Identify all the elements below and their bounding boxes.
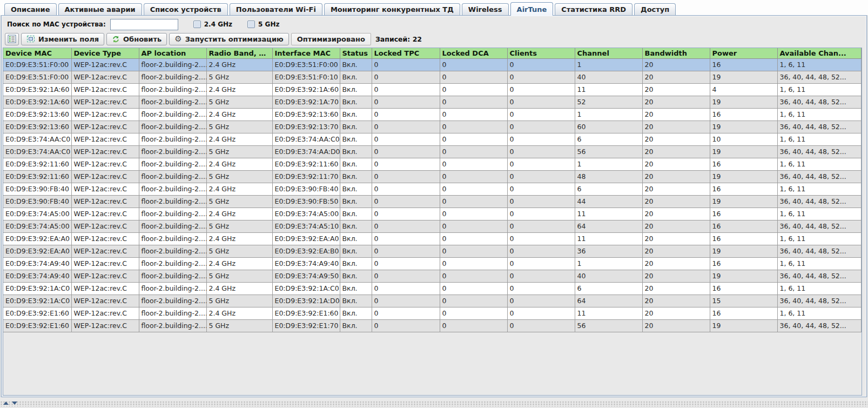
cell-locked-tpc[interactable]: 0: [372, 232, 440, 245]
cell-locked-dca[interactable]: 0: [440, 58, 507, 71]
cell-power[interactable]: 10: [710, 133, 777, 145]
cell-channel[interactable]: 6: [575, 183, 642, 195]
cell-locked-tpc[interactable]: 0: [372, 208, 440, 220]
cell-device-mac[interactable]: E0:D9:E3:74:A5:00: [3, 208, 71, 220]
column-header-channel[interactable]: Channel: [575, 48, 642, 58]
cell-status[interactable]: Вкл.: [340, 133, 372, 145]
table-row[interactable]: E0:D9:E3:92:EA:A0WEP-12ac:rev.Cfloor-2.b…: [3, 245, 862, 257]
cell-locked-tpc[interactable]: 0: [372, 270, 440, 282]
cell-ap-location[interactable]: floor-2.building-2....: [139, 96, 206, 108]
cell-ap-location[interactable]: floor-2.building-2....: [139, 170, 206, 183]
cell-device-mac[interactable]: E0:D9:E3:90:FB:40: [3, 183, 71, 195]
cell-clients[interactable]: 0: [507, 121, 575, 133]
table-row[interactable]: E0:D9:E3:74:A9:40WEP-12ac:rev.Cfloor-2.b…: [3, 257, 862, 270]
run-optimization-button[interactable]: ⚙ Запустить оптимизацию: [169, 33, 289, 45]
cell-ap-location[interactable]: floor-2.building-2....: [139, 145, 206, 158]
cell-status[interactable]: Вкл.: [340, 83, 372, 96]
cell-interface-mac[interactable]: E0:D9:E3:92:1A:70: [272, 96, 340, 108]
cell-clients[interactable]: 0: [507, 319, 575, 332]
cell-locked-dca[interactable]: 0: [440, 183, 507, 195]
column-header-locked-dca[interactable]: Locked DCA: [440, 48, 507, 58]
cell-available-channels[interactable]: 36, 40, 44, 48, 52...: [777, 71, 862, 83]
cell-status[interactable]: Вкл.: [340, 145, 372, 158]
cell-device-mac[interactable]: E0:D9:E3:74:A9:40: [3, 270, 71, 282]
cell-interface-mac[interactable]: E0:D9:E3:92:11:70: [272, 170, 340, 183]
cell-power[interactable]: 4: [710, 83, 777, 96]
cell-bandwidth[interactable]: 20: [642, 145, 710, 158]
cell-status[interactable]: Вкл.: [340, 208, 372, 220]
table-row[interactable]: E0:D9:E3:92:1A:60WEP-12ac:rev.Cfloor-2.b…: [3, 96, 862, 108]
cell-ap-location[interactable]: floor-2.building-2....: [139, 232, 206, 245]
cell-locked-dca[interactable]: 0: [440, 145, 507, 158]
cell-locked-tpc[interactable]: 0: [372, 96, 440, 108]
cell-interface-mac[interactable]: E0:D9:E3:74:A9:40: [272, 257, 340, 270]
cell-device-type[interactable]: WEP-12ac:rev.C: [71, 58, 139, 71]
cell-channel[interactable]: 1: [575, 158, 642, 170]
cell-channel[interactable]: 56: [575, 319, 642, 332]
tab-competitor-monitoring[interactable]: Мониторинг конкурентных ТД: [324, 3, 460, 15]
cell-locked-dca[interactable]: 0: [440, 208, 507, 220]
cell-interface-mac[interactable]: E0:D9:E3:92:E1:70: [272, 319, 340, 332]
cell-clients[interactable]: 0: [507, 195, 575, 208]
cell-available-channels[interactable]: 1, 6, 11: [777, 183, 862, 195]
cell-device-type[interactable]: WEP-12ac:rev.C: [71, 282, 139, 295]
cell-ap-location[interactable]: floor-2.building-2....: [139, 108, 206, 121]
cell-radio-band[interactable]: 2.4 GHz: [206, 83, 272, 96]
cell-locked-tpc[interactable]: 0: [372, 195, 440, 208]
cell-clients[interactable]: 0: [507, 158, 575, 170]
cell-channel[interactable]: 11: [575, 83, 642, 96]
cell-locked-tpc[interactable]: 0: [372, 295, 440, 307]
cell-ap-location[interactable]: floor-2.building-2....: [139, 307, 206, 319]
cell-radio-band[interactable]: 2.4 GHz: [206, 232, 272, 245]
tab-description[interactable]: Описание: [4, 3, 57, 15]
cell-locked-dca[interactable]: 0: [440, 270, 507, 282]
cell-radio-band[interactable]: 5 GHz: [206, 245, 272, 257]
cell-device-mac[interactable]: E0:D9:E3:92:E1:60: [3, 307, 71, 319]
cell-power[interactable]: 16: [710, 307, 777, 319]
cell-status[interactable]: Вкл.: [340, 121, 372, 133]
cell-radio-band[interactable]: 2.4 GHz: [206, 257, 272, 270]
cell-radio-band[interactable]: 2.4 GHz: [206, 133, 272, 145]
cell-device-mac[interactable]: E0:D9:E3:92:11:60: [3, 158, 71, 170]
column-header-locked-tpc[interactable]: Locked TPC: [372, 48, 440, 58]
table-row[interactable]: E0:D9:E3:90:FB:40WEP-12ac:rev.Cfloor-2.b…: [3, 183, 862, 195]
cell-locked-tpc[interactable]: 0: [372, 183, 440, 195]
table-row[interactable]: E0:D9:E3:92:EA:A0WEP-12ac:rev.Cfloor-2.b…: [3, 232, 862, 245]
cell-locked-tpc[interactable]: 0: [372, 319, 440, 332]
table-row[interactable]: E0:D9:E3:74:AA:C0WEP-12ac:rev.Cfloor-2.b…: [3, 145, 862, 158]
cell-device-type[interactable]: WEP-12ac:rev.C: [71, 145, 139, 158]
column-header-device-mac[interactable]: Device MAC: [3, 48, 71, 58]
cell-locked-tpc[interactable]: 0: [372, 220, 440, 232]
cell-available-channels[interactable]: 1, 6, 11: [777, 257, 862, 270]
cell-radio-band[interactable]: 5 GHz: [206, 121, 272, 133]
cell-device-type[interactable]: WEP-12ac:rev.C: [71, 183, 139, 195]
cell-bandwidth[interactable]: 20: [642, 121, 710, 133]
cell-clients[interactable]: 0: [507, 257, 575, 270]
column-header-interface-mac[interactable]: Interface MAC: [272, 48, 340, 58]
cell-clients[interactable]: 0: [507, 108, 575, 121]
edit-fields-button[interactable]: Изменить поля: [21, 33, 104, 45]
cell-device-type[interactable]: WEP-12ac:rev.C: [71, 71, 139, 83]
cell-power[interactable]: 16: [710, 282, 777, 295]
cell-interface-mac[interactable]: E0:D9:E3:51:F0:00: [272, 58, 340, 71]
cell-clients[interactable]: 0: [507, 58, 575, 71]
tab-active-alarms[interactable]: Активные аварии: [58, 3, 142, 15]
cell-power[interactable]: 19: [710, 270, 777, 282]
cell-power[interactable]: 19: [710, 170, 777, 183]
tab-rrd-statistics[interactable]: Статистика RRD: [555, 3, 633, 15]
cell-device-type[interactable]: WEP-12ac:rev.C: [71, 133, 139, 145]
cell-radio-band[interactable]: 2.4 GHz: [206, 208, 272, 220]
column-header-bandwidth[interactable]: Bandwidth: [642, 48, 710, 58]
cell-available-channels[interactable]: 1, 6, 11: [777, 282, 862, 295]
cell-clients[interactable]: 0: [507, 282, 575, 295]
cell-locked-dca[interactable]: 0: [440, 158, 507, 170]
cell-device-mac[interactable]: E0:D9:E3:51:F0:00: [3, 71, 71, 83]
cell-interface-mac[interactable]: E0:D9:E3:92:13:60: [272, 108, 340, 121]
cell-device-mac[interactable]: E0:D9:E3:74:A9:40: [3, 257, 71, 270]
cell-radio-band[interactable]: 5 GHz: [206, 170, 272, 183]
cell-status[interactable]: Вкл.: [340, 183, 372, 195]
cell-bandwidth[interactable]: 20: [642, 232, 710, 245]
cell-clients[interactable]: 0: [507, 96, 575, 108]
cell-channel[interactable]: 11: [575, 307, 642, 319]
cell-channel[interactable]: 11: [575, 232, 642, 245]
